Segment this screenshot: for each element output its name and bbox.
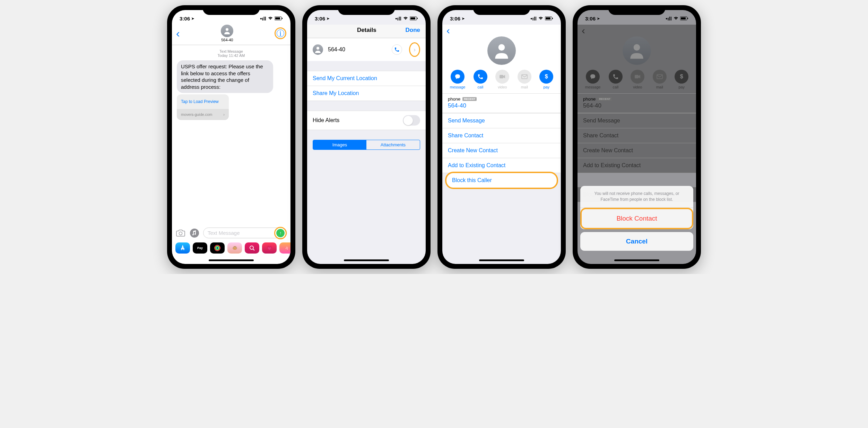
home-indicator[interactable] bbox=[479, 259, 524, 261]
activity-icon[interactable] bbox=[210, 242, 225, 254]
contact-name: 564-40 bbox=[328, 46, 387, 53]
apps-button[interactable] bbox=[189, 228, 200, 238]
phone-2: 3:06➤ •ıll Details Done 564-40 › Send My… bbox=[302, 5, 431, 269]
video-action: video bbox=[495, 70, 509, 89]
contact-row[interactable]: 564-40 › bbox=[307, 38, 426, 61]
contact-actions: message call video mail $pay bbox=[442, 70, 561, 89]
music-app-icon[interactable]: ♫ bbox=[279, 242, 290, 254]
animoji-icon[interactable]: 🐵 bbox=[227, 242, 242, 254]
phone-3: 3:06➤ •ıll ‹ message call video mail $pa… bbox=[437, 5, 566, 269]
call-action[interactable]: call bbox=[474, 70, 487, 89]
segmented-control[interactable]: Images Attachments bbox=[313, 140, 420, 150]
back-button: ‹ bbox=[578, 25, 696, 36]
battery-icon bbox=[545, 16, 553, 20]
camera-button[interactable] bbox=[175, 228, 186, 238]
phone-label: phone bbox=[448, 96, 460, 102]
svg-rect-20 bbox=[680, 17, 687, 20]
details-title: Details bbox=[328, 27, 406, 34]
action-sheet-screen: 3:06➤ •ıll ‹ message call video mail $pa… bbox=[578, 10, 696, 264]
mail-action: mail bbox=[518, 70, 531, 89]
status-indicators: •ıll bbox=[260, 16, 283, 22]
location-icon: ➤ bbox=[597, 17, 600, 20]
contact-avatar[interactable] bbox=[221, 25, 233, 37]
message-timestamp: Text Message Today 11:42 AM bbox=[172, 49, 290, 58]
status-time: 3:06 bbox=[315, 16, 325, 22]
create-contact-button[interactable]: Create New Contact bbox=[442, 143, 561, 158]
apple-pay-icon[interactable]: Pay bbox=[193, 242, 207, 254]
svg-point-3 bbox=[226, 28, 228, 31]
hide-alerts-toggle[interactable] bbox=[403, 115, 420, 126]
svg-rect-24 bbox=[635, 75, 639, 78]
battery-icon bbox=[410, 16, 418, 20]
svg-rect-18 bbox=[500, 75, 503, 78]
back-button[interactable]: ‹ bbox=[442, 25, 561, 36]
images-tab[interactable]: Images bbox=[313, 140, 366, 149]
status-time: 3:06 bbox=[180, 16, 190, 22]
svg-rect-1 bbox=[275, 17, 280, 19]
search-app-icon[interactable] bbox=[245, 242, 259, 254]
action-sheet: You will not receive phone calls, messag… bbox=[578, 186, 696, 264]
sheet-description: You will not receive phone calls, messag… bbox=[580, 186, 693, 208]
svg-rect-22 bbox=[687, 18, 688, 19]
phone-number[interactable]: 564-40 bbox=[448, 102, 555, 109]
contact-actions: message call video mail $pay bbox=[578, 70, 696, 89]
svg-rect-15 bbox=[546, 17, 550, 19]
heart-app-icon[interactable]: 💗 bbox=[262, 242, 277, 254]
tap-to-load[interactable]: Tap to Load Preview bbox=[177, 94, 229, 109]
contact-avatar-large bbox=[623, 36, 651, 65]
phone-section[interactable]: phoneRECENT 564-40 bbox=[442, 94, 561, 113]
send-button[interactable]: ↑ bbox=[276, 229, 285, 237]
home-indicator[interactable] bbox=[344, 259, 389, 261]
block-contact-highlight: Block Contact bbox=[580, 208, 693, 229]
cancel-button[interactable]: Cancel bbox=[580, 232, 693, 251]
svg-rect-2 bbox=[282, 18, 283, 19]
svg-rect-12 bbox=[417, 18, 418, 19]
svg-rect-21 bbox=[681, 17, 686, 19]
back-button[interactable]: ‹ bbox=[176, 27, 180, 40]
status-time: 3:06 bbox=[585, 16, 596, 22]
contact-avatar bbox=[313, 44, 323, 55]
pay-action[interactable]: $pay bbox=[539, 70, 553, 89]
message-action[interactable]: message bbox=[450, 70, 466, 89]
hide-alerts-row: Hide Alerts bbox=[307, 111, 426, 130]
battery-icon bbox=[680, 16, 688, 20]
status-time: 3:06 bbox=[450, 16, 460, 22]
svg-point-9 bbox=[250, 246, 253, 249]
phone-4: 3:06➤ •ıll ‹ message call video mail $pa… bbox=[573, 5, 701, 269]
messages-screen: 3:06➤ •ıll ‹ 564-40 i Text Message Today… bbox=[172, 10, 290, 264]
chevron-right-icon[interactable]: › bbox=[414, 46, 416, 53]
wifi-icon bbox=[538, 16, 544, 20]
share-contact-button[interactable]: Share Contact bbox=[442, 128, 561, 143]
contact-screen: 3:06➤ •ıll ‹ message call video mail $pa… bbox=[442, 10, 561, 264]
contact-avatar-large bbox=[487, 36, 516, 65]
call-button[interactable] bbox=[392, 44, 402, 55]
recent-badge: RECENT bbox=[462, 97, 477, 101]
message-bubble[interactable]: USPS offer request: Please use the link … bbox=[177, 60, 273, 93]
details-screen: 3:06➤ •ıll Details Done 564-40 › Send My… bbox=[307, 10, 426, 264]
notch bbox=[473, 5, 530, 15]
home-indicator[interactable] bbox=[209, 259, 254, 261]
location-icon: ➤ bbox=[327, 17, 329, 20]
share-location-button[interactable]: Share My Location bbox=[307, 86, 426, 101]
app-store-icon[interactable] bbox=[175, 242, 190, 254]
details-header: Details Done bbox=[307, 25, 426, 38]
svg-rect-19 bbox=[522, 75, 527, 79]
attachments-tab[interactable]: Attachments bbox=[366, 140, 420, 149]
link-preview[interactable]: Tap to Load Preview movers-guide.com› bbox=[177, 94, 229, 120]
svg-point-5 bbox=[190, 229, 199, 238]
add-existing-button[interactable]: Add to Existing Contact bbox=[442, 158, 561, 173]
svg-point-13 bbox=[316, 47, 319, 50]
block-contact-button[interactable]: Block Contact bbox=[582, 209, 692, 228]
send-location-button[interactable]: Send My Current Location bbox=[307, 71, 426, 86]
status-indicators: •ıll bbox=[666, 16, 688, 22]
message-footer: Text Message ↑ Pay 🐵 💗 ♫ bbox=[172, 225, 290, 264]
send-message-button[interactable]: Send Message bbox=[442, 113, 561, 128]
notch bbox=[608, 5, 666, 15]
done-button[interactable]: Done bbox=[406, 27, 420, 34]
location-icon: ➤ bbox=[191, 17, 194, 20]
info-button[interactable]: i bbox=[277, 29, 284, 37]
location-icon: ➤ bbox=[462, 17, 465, 20]
svg-point-23 bbox=[634, 44, 640, 51]
svg-rect-11 bbox=[410, 17, 415, 19]
block-caller-button[interactable]: Block this Caller bbox=[446, 173, 557, 188]
